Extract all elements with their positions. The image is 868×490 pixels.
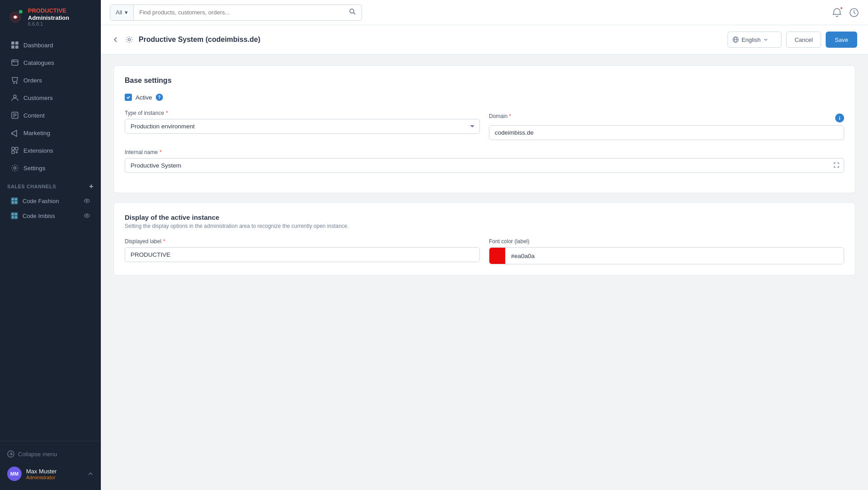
svg-rect-5 bbox=[15, 45, 18, 49]
active-help-icon[interactable]: ? bbox=[156, 94, 163, 101]
sidebar-item-extensions[interactable]: Extensions bbox=[4, 142, 97, 159]
sidebar-item-label: Customers bbox=[23, 95, 53, 101]
sidebar-item-content[interactable]: Content bbox=[4, 107, 97, 124]
internal-name-input[interactable] bbox=[125, 158, 844, 173]
domain-info-icon[interactable]: i bbox=[835, 113, 844, 122]
active-checkbox[interactable] bbox=[125, 94, 132, 101]
required-marker: * bbox=[159, 149, 162, 155]
svg-point-19 bbox=[14, 167, 16, 169]
user-name: Max Muster bbox=[26, 468, 57, 475]
language-selector[interactable]: English bbox=[728, 32, 782, 48]
sidebar-item-label: Dashboard bbox=[23, 42, 53, 49]
type-of-instance-select[interactable]: Production environment Staging environme… bbox=[125, 119, 480, 134]
display-settings-row: Displayed label * Font color (label) bbox=[125, 238, 844, 264]
sales-channel-label: Code Fashion bbox=[23, 198, 59, 204]
user-section[interactable]: MM Max Muster Administrator bbox=[4, 463, 97, 485]
svg-rect-2 bbox=[11, 41, 14, 45]
svg-point-10 bbox=[16, 83, 17, 84]
svg-rect-6 bbox=[12, 60, 18, 65]
save-button[interactable]: Save bbox=[826, 32, 857, 48]
language-value: English bbox=[741, 36, 761, 43]
eye-icon bbox=[84, 198, 90, 204]
domain-input[interactable] bbox=[489, 125, 844, 140]
svg-rect-18 bbox=[12, 151, 14, 154]
notification-badge bbox=[840, 6, 843, 10]
sidebar-item-label: Marketing bbox=[23, 130, 50, 136]
sidebar-item-label: Settings bbox=[23, 165, 45, 172]
sidebar-item-label: Orders bbox=[23, 77, 42, 84]
notifications-btn[interactable] bbox=[832, 8, 842, 18]
sidebar-item-dashboard[interactable]: Dashboard bbox=[4, 36, 97, 54]
search-filter-chevron: ▾ bbox=[125, 9, 128, 16]
required-marker: * bbox=[509, 113, 511, 119]
sidebar-item-code-imbiss[interactable]: Code Imbiss bbox=[4, 209, 97, 223]
settings-button[interactable] bbox=[125, 36, 133, 44]
display-settings-title: Display of the active instance bbox=[125, 213, 844, 221]
chevron-down-icon bbox=[764, 37, 768, 42]
sidebar-item-customers[interactable]: Customers bbox=[4, 89, 97, 106]
collapse-icon bbox=[7, 450, 14, 458]
collapse-menu-btn[interactable]: Collapse menu bbox=[4, 447, 97, 461]
sidebar: PRODUCTIVE Administration 6.6.8.1 Dashbo… bbox=[0, 0, 101, 490]
page-title: Productive System (codeimbiss.de) bbox=[139, 36, 260, 44]
main-content: All ▾ Productive S bbox=[101, 0, 868, 490]
avatar: MM bbox=[7, 467, 22, 481]
svg-point-26 bbox=[128, 39, 131, 41]
internal-name-group: Internal name * bbox=[125, 149, 844, 173]
svg-point-11 bbox=[14, 95, 16, 98]
sidebar-item-catalogues[interactable]: Catalogues bbox=[4, 54, 97, 71]
display-settings-card: Display of the active instance Setting t… bbox=[113, 202, 855, 276]
input-expand-icon[interactable] bbox=[833, 162, 840, 169]
displayed-label-group: Displayed label * bbox=[125, 238, 480, 264]
type-of-instance-group: Type of instance * Production environmen… bbox=[125, 110, 480, 140]
chevron-up-icon bbox=[87, 471, 94, 477]
sidebar-logo bbox=[7, 9, 23, 25]
sidebar-item-label: Catalogues bbox=[23, 59, 54, 66]
collapse-label: Collapse menu bbox=[18, 451, 57, 458]
base-settings-card: Base settings Active ? Type of instance … bbox=[113, 65, 855, 193]
type-of-instance-label: Type of instance * bbox=[125, 110, 480, 116]
sidebar-item-code-fashion[interactable]: Code Fashion bbox=[4, 194, 97, 208]
sidebar-item-label: Extensions bbox=[23, 147, 53, 154]
sidebar-item-orders[interactable]: Orders bbox=[4, 72, 97, 89]
required-marker: * bbox=[166, 110, 168, 116]
color-value-input[interactable] bbox=[506, 249, 844, 263]
svg-line-24 bbox=[353, 13, 355, 14]
timer-btn[interactable] bbox=[849, 8, 859, 18]
chevron-left-icon bbox=[112, 36, 120, 44]
active-label: Active bbox=[136, 94, 152, 101]
search-button[interactable] bbox=[344, 8, 362, 17]
channel-grid-icon bbox=[11, 212, 18, 219]
eye-icon bbox=[84, 213, 90, 219]
svg-point-21 bbox=[86, 215, 88, 217]
globe-icon bbox=[732, 36, 739, 43]
clock-icon bbox=[849, 8, 859, 18]
sales-channels-label: Sales Channels bbox=[7, 184, 56, 189]
color-input-wrapper bbox=[489, 247, 844, 264]
back-button[interactable] bbox=[112, 36, 120, 44]
svg-point-9 bbox=[14, 83, 14, 84]
add-sales-channel-icon[interactable]: + bbox=[89, 182, 94, 191]
sidebar-title: PRODUCTIVE Administration 6.6.8.1 bbox=[28, 7, 69, 27]
app-version: 6.6.8.1 bbox=[28, 21, 69, 27]
required-marker: * bbox=[163, 238, 165, 245]
type-domain-row: Type of instance * Production environmen… bbox=[125, 110, 844, 140]
search-filter-label: All bbox=[116, 9, 122, 16]
internal-name-row: Internal name * bbox=[125, 149, 844, 173]
search-filter-btn[interactable]: All ▾ bbox=[110, 5, 134, 20]
sidebar-nav: Dashboard Catalogues Orders Customers Co… bbox=[0, 32, 101, 441]
active-row: Active ? bbox=[125, 94, 844, 101]
app-name: Administration bbox=[28, 14, 69, 22]
sales-channel-label: Code Imbiss bbox=[23, 213, 55, 219]
color-swatch[interactable] bbox=[489, 248, 506, 264]
svg-point-1 bbox=[14, 16, 17, 18]
status-indicator bbox=[19, 10, 23, 14]
sidebar-item-settings[interactable]: Settings bbox=[4, 159, 97, 177]
svg-point-20 bbox=[86, 200, 88, 202]
channel-grid-icon bbox=[11, 197, 18, 204]
cancel-button[interactable]: Cancel bbox=[786, 32, 821, 48]
search-input[interactable] bbox=[134, 9, 344, 16]
sidebar-item-marketing[interactable]: Marketing bbox=[4, 124, 97, 141]
displayed-label-input[interactable] bbox=[125, 247, 480, 262]
user-role: Administrator bbox=[26, 475, 57, 480]
